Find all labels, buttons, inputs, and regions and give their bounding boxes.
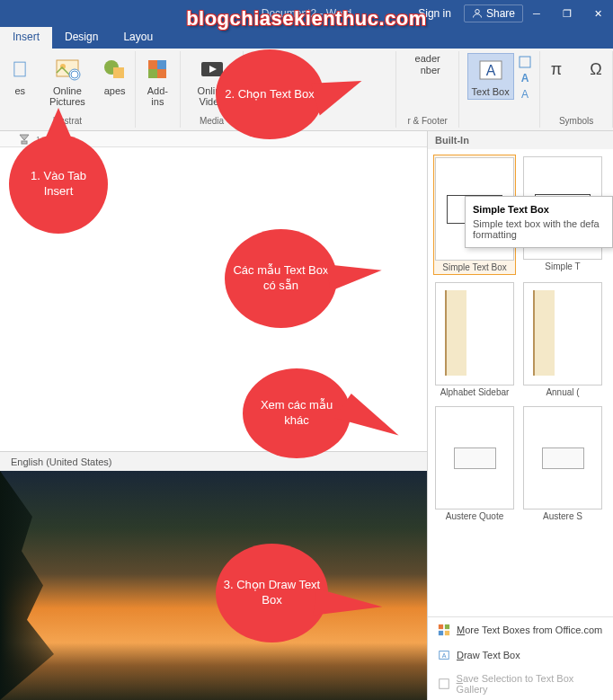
gallery-header: Built-In — [428, 131, 613, 149]
equation-icon: π — [542, 55, 571, 84]
office-icon — [437, 623, 451, 637]
svg-rect-7 — [113, 67, 124, 78]
share-label: Share — [486, 7, 515, 20]
svg-rect-1 — [14, 62, 25, 76]
svg-text:A: A — [521, 88, 529, 101]
ribbon-group-header-footer: eader nber r & Footer — [396, 51, 459, 128]
addins-icon — [143, 55, 172, 84]
gallery-caption: Austere Quote — [446, 511, 503, 521]
svg-text:Ω: Ω — [590, 60, 601, 78]
dropcap-icon[interactable]: A — [518, 87, 532, 102]
restore-button[interactable]: ❐ — [552, 0, 582, 27]
svg-rect-11 — [157, 69, 166, 78]
draw-textbox-menu[interactable]: A Draw Text Box — [428, 642, 613, 668]
addins-button[interactable]: Add-ins — [139, 53, 175, 109]
callout-1: 1. Vào Tab Insert — [9, 135, 108, 234]
svg-rect-15 — [520, 57, 530, 67]
svg-rect-8 — [148, 60, 157, 69]
gallery-caption: Annual ( — [546, 387, 579, 397]
gallery-footer: More Text Boxes from Office.com A Draw T… — [428, 616, 613, 700]
watermark-text: blogchiasekienthuc.com — [186, 7, 427, 31]
desktop-background — [0, 471, 427, 700]
gallery-item-austere-quote[interactable]: Austere Quote — [433, 404, 516, 523]
svg-rect-27 — [440, 679, 449, 689]
callout-2: 2. Chọn Text Box — [216, 49, 324, 139]
shapes-label: apes — [104, 85, 126, 96]
more-label: More Text Boxes from Office.com — [457, 625, 602, 635]
callout-4: Xem các mẫu khác — [243, 368, 351, 458]
textbox-icon: A — [476, 56, 505, 84]
share-button[interactable]: Share — [464, 4, 523, 22]
pictures-label: es — [14, 85, 25, 96]
window-controls: ─ ❐ ✕ — [521, 0, 613, 27]
symbol-button[interactable]: Ω — [578, 53, 613, 85]
callout-3: Các mẫu Text Box có sẵn — [225, 229, 337, 328]
symbols-group-label: Symbols — [559, 116, 593, 126]
ribbon-group-addins: Add-ins — [136, 51, 181, 128]
tab-layout[interactable]: Layou — [111, 27, 165, 49]
gallery-thumb — [435, 282, 514, 385]
shapes-icon — [101, 55, 129, 84]
language-status[interactable]: English (United States) — [11, 456, 112, 467]
gallery-caption: Simple Text Box — [442, 262, 507, 272]
textbox-button[interactable]: A Text Box — [467, 53, 514, 100]
callout-5: 3. Chọn Draw Text Box — [216, 544, 328, 642]
gallery-caption: Austere S — [543, 511, 582, 521]
svg-text:π: π — [551, 60, 562, 78]
gallery-thumb — [435, 406, 514, 509]
media-group-label: Media — [200, 116, 224, 126]
svg-text:A: A — [485, 63, 495, 78]
shapes-button[interactable]: apes — [100, 53, 129, 98]
tooltip: Simple Text Box Simple text box with the… — [465, 196, 613, 248]
header-label[interactable]: eader — [415, 53, 440, 64]
svg-rect-23 — [439, 631, 443, 635]
svg-text:A: A — [442, 652, 447, 659]
draw-textbox-icon: A — [437, 648, 451, 662]
svg-rect-21 — [439, 625, 443, 629]
tab-design[interactable]: Design — [52, 27, 111, 49]
save-gallery-icon — [437, 677, 451, 691]
draw-label: Draw Text Box — [457, 650, 520, 660]
more-textboxes-menu[interactable]: More Text Boxes from Office.com — [428, 617, 613, 642]
online-pictures-button[interactable]: Online Pictures — [38, 53, 96, 109]
equation-button[interactable]: π — [538, 53, 574, 85]
pictures-button[interactable]: es — [5, 53, 34, 98]
svg-rect-10 — [148, 69, 157, 78]
svg-rect-22 — [445, 625, 449, 629]
nber-label[interactable]: nber — [421, 65, 440, 75]
minimize-button[interactable]: ─ — [521, 0, 552, 27]
tab-insert[interactable]: Insert — [0, 27, 52, 49]
gallery-thumb — [523, 282, 602, 385]
online-pictures-icon — [53, 55, 82, 84]
ribbon-group-symbols: π Ω Symbols — [540, 51, 613, 128]
gallery-item[interactable]: Austere S — [521, 404, 604, 523]
gallery-item[interactable]: Annual ( — [521, 280, 604, 399]
gallery-caption: Alphabet Sidebar — [440, 387, 510, 397]
account-area: Sign in Share — [418, 4, 523, 22]
save-selection-menu: Save Selection to Text Box Gallery — [428, 668, 613, 700]
save-label: Save Selection to Text Box Gallery — [457, 673, 604, 695]
gallery-caption: Simple T — [545, 261, 580, 271]
addins-label: Add-ins — [143, 85, 172, 107]
close-button[interactable]: ✕ — [582, 0, 613, 27]
svg-rect-24 — [445, 631, 449, 635]
gallery-thumb — [523, 406, 602, 509]
symbol-icon: Ω — [582, 55, 610, 84]
online-pictures-label: Online Pictures — [41, 85, 93, 107]
gallery-item-alphabet-sidebar[interactable]: Alphabet Sidebar — [433, 280, 516, 399]
ribbon-group-text: A Text Box A A — [459, 51, 540, 128]
svg-text:A: A — [520, 72, 529, 84]
tooltip-title: Simple Text Box — [473, 204, 605, 215]
textbox-label: Text Box — [472, 86, 510, 97]
share-icon — [472, 8, 483, 19]
svg-rect-9 — [157, 60, 166, 69]
svg-rect-20 — [22, 141, 27, 144]
svg-point-0 — [475, 10, 480, 14]
tooltip-body: Simple text box with the defa formatting — [473, 218, 605, 240]
pictures-icon — [5, 55, 34, 84]
header-footer-group-label: r & Footer — [407, 116, 447, 126]
wordart-icon[interactable]: A — [518, 71, 532, 85]
quick-parts-icon[interactable] — [518, 55, 532, 69]
